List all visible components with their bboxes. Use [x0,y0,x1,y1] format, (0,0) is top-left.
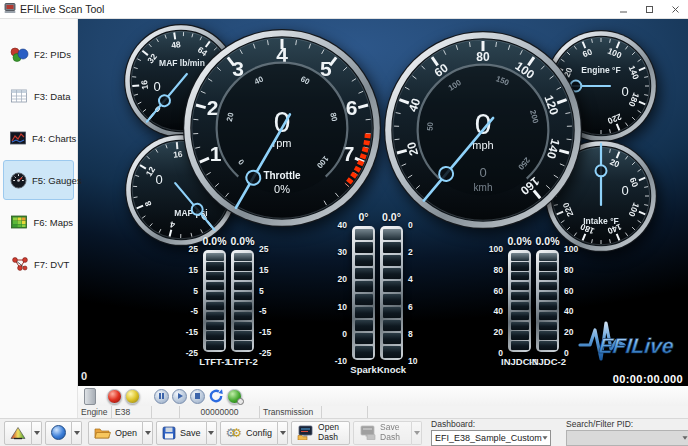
bar-cell [539,292,557,300]
bar-cell [539,282,557,290]
bar-frame [508,250,531,352]
config-button[interactable]: ⚙⚙ Config [220,421,279,445]
save-dash-button[interactable]: Save Dash [353,421,412,445]
bar-cell [206,331,224,339]
sidebar-item-maps[interactable]: F6: Maps [3,202,74,242]
device-icon [84,388,96,405]
chevron-down-icon [208,431,214,435]
bar-cell [206,322,224,330]
open-dash-button[interactable]: Open Dash [291,421,350,445]
sidebar-item-data[interactable]: F3: Data [3,76,74,116]
refresh-button[interactable] [208,388,224,404]
open-dash-label: Open Dash [318,423,344,442]
bar-cell [539,262,557,270]
bar-cell [355,294,373,305]
close-window-button[interactable] [662,0,688,18]
sidebar-item-charts[interactable]: F4: Charts [3,118,74,158]
bar-cell [511,282,529,290]
record-yellow-button[interactable] [125,389,140,404]
config-dropdown-arrow[interactable] [278,421,288,445]
bar-cell [234,331,252,339]
pause-button[interactable] [154,389,169,404]
sidebar: F2: PIDsF3: DataF4: ChartsF5: GaugesF6: … [0,18,78,418]
bar-cell [234,292,252,300]
gauge-text: 0 [621,84,628,99]
scan-dropdown-arrow[interactable] [32,421,42,445]
save-dash-split-button: Save Dash [353,421,422,445]
save-button-label: Save [180,428,201,438]
gears-icon: ⚙⚙ [226,427,243,439]
bar-cell [383,268,401,279]
status-cell [368,406,688,418]
record-red-button[interactable] [107,389,122,404]
bar-cell [511,302,529,310]
bar-gauge-knock: 0.0°Knock0246810 [380,226,403,360]
monitor-save-icon [359,425,376,440]
sidebar-item-pids[interactable]: F2: PIDs [3,34,74,74]
gauge-text: 0 [155,172,162,187]
status-engine-label: Engine [78,406,112,418]
search-filter-select[interactable] [566,430,688,446]
bar-cell [539,312,557,320]
gauge-text: 0 [153,79,160,94]
bar-cell [234,272,252,280]
bar-label: LTFT-2 [227,356,257,367]
bar-cell [355,281,373,292]
data-icon [10,88,29,105]
play-button[interactable] [172,389,187,404]
save-button[interactable]: Save [156,421,207,445]
bar-cell [355,229,373,240]
search-filter-label: Search/Filter PID: [566,419,688,429]
chevron-down-icon [145,431,151,435]
chevron-down-icon [414,431,420,435]
bar-frame [380,226,403,360]
bar-cell [234,253,252,261]
sidebar-item-gauges[interactable]: F5: Gauges [3,160,74,200]
bar-cell [206,312,224,320]
save-split-button: Save [156,421,217,445]
title-bar: EFILive Scan Tool [0,0,688,19]
bar-cell [383,320,401,331]
maximize-button[interactable] [636,0,662,18]
open-button-label: Open [115,428,137,438]
bar-cell [539,322,557,330]
save-dash-dropdown-arrow[interactable] [412,421,422,445]
status-transmission-label: Transmission [260,406,322,418]
floppy-disk-icon [162,426,176,440]
connect-button[interactable] [45,421,72,445]
bar-cell [355,333,373,344]
bar-cell [355,320,373,331]
bar-cell [383,333,401,344]
bar-gauge-spark: 0°Spark403020100-10 [352,226,375,360]
dashboard-select[interactable]: EFI_E38_Sample_Custom [431,430,551,446]
bar-cell [539,331,557,339]
scan-split-button [4,421,42,445]
sidebar-item-label: F5: Gauges [32,175,82,186]
bar-value: 0.0° [382,211,401,223]
bar-ticks-left: 100806040200 [489,245,503,357]
bar-cell [511,341,529,349]
connect-dropdown-arrow[interactable] [72,421,82,445]
app-icon [4,0,16,18]
bar-cell [234,282,252,290]
timer-button[interactable] [227,389,242,404]
svg-text:6: 6 [346,96,358,119]
bar-frame [203,250,226,352]
search-filter-group: Search/Filter PID: [566,419,688,446]
scan-button[interactable] [4,421,32,445]
bar-cell [539,253,557,261]
minimize-button[interactable] [610,0,636,18]
bar-frame [352,226,375,360]
stop-button[interactable] [190,389,205,404]
log-timestamp: 00:00:00.000 [613,373,683,385]
chevron-down-icon [74,431,80,435]
open-button[interactable]: Open [88,421,143,445]
chevron-down-icon [280,431,286,435]
bar-gauge-ltft-2: 0.0%LTFT-225155-5-15-25 [231,250,254,352]
bar-cell [383,307,401,318]
status-counter: 00000000 [180,406,260,418]
save-dropdown-arrow[interactable] [207,421,217,445]
maps-icon [10,214,28,231]
sidebar-item-dvt[interactable]: F7: DVT [3,244,74,284]
open-dropdown-arrow[interactable] [143,421,153,445]
